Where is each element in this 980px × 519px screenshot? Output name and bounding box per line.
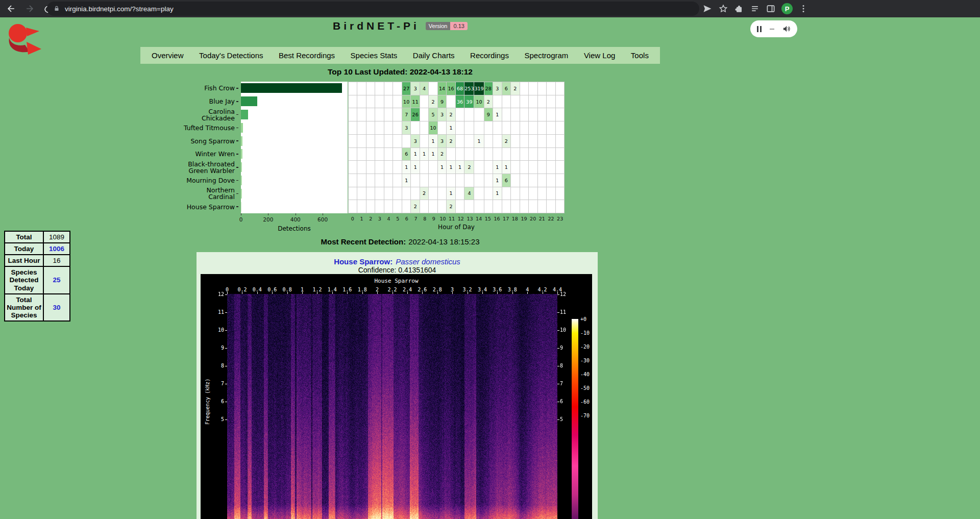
heat-cell [520,121,529,135]
stats-value-species-today[interactable]: 25 [43,266,70,293]
heatmap-grid: 2734141668253319283621011293639102726532… [348,82,565,213]
heat-cell [529,108,537,121]
hour-tick-label: 17 [503,216,509,221]
send-icon[interactable] [702,4,713,14]
heat-cell: 68 [456,82,464,95]
species-label: Song Sparrow [153,134,235,147]
heat-cell: 3 [411,135,420,148]
reading-list-icon[interactable] [750,4,760,14]
species-label: Blue Jay [153,95,235,108]
forward-icon[interactable] [24,4,35,14]
heat-cell [357,121,366,135]
detection-panel: House Sparrow:Passer domesticus Confiden… [197,252,598,519]
heat-cell: 2 [411,200,420,213]
heat-cell [438,200,447,213]
detections-bar [241,96,257,106]
spectrogram-x-tickmark [512,292,513,294]
most-recent-detection: Most Recent Detection:2022-04-13 18:15:2… [0,237,800,246]
heat-cell [393,148,402,161]
bar-panel [241,82,348,213]
heat-cell [366,82,375,95]
spectrogram-y-tickmark [557,384,559,384]
nav-item-overview[interactable]: Overview [152,51,184,60]
nav-item-spectrogram[interactable]: Spectrogram [524,51,568,60]
colorbar-tick: -10 [580,330,590,336]
heat-cell [493,148,502,161]
heat-cell [366,187,375,201]
heat-cell [349,200,357,213]
spectrogram-y-tickmark [557,419,559,420]
spectrogram-y-tick: 7 [560,381,563,386]
heat-cell [474,200,484,213]
back-icon[interactable] [6,4,16,14]
spectrogram-x-tickmark [287,292,288,294]
heat-cell [511,148,520,161]
spectrogram-y-tick: 12 [210,291,224,297]
heat-cell [520,148,529,161]
colorbar-tick: -70 [580,413,590,418]
heat-cell [375,148,384,161]
heat-cell [538,200,547,213]
spectrogram-x-tickmark [497,292,498,294]
url-bar[interactable]: virginia.birdnetpi.com/?stream=play [47,2,699,16]
nav-item-todays-detections[interactable]: Today's Detections [199,51,263,60]
nav-item-recordings[interactable]: Recordings [470,51,509,60]
heat-cell [384,82,393,95]
species-scientific-link[interactable]: Passer domesticus [396,257,460,266]
volume-icon[interactable] [782,24,791,33]
heat-cell: 253 [464,82,474,95]
heat-cell [366,95,375,109]
heat-cell [349,95,357,109]
heat-cell [357,95,366,109]
heat-cell [384,174,393,187]
spectrogram-y-tick: 11 [210,309,224,315]
spectrogram-y-tick: 7 [210,381,224,386]
species-label: Winter Wren [153,147,235,161]
stats-value-last-hour: 16 [43,255,70,266]
heat-cell [357,187,366,201]
heat-cell: 1 [456,161,464,174]
heat-cell [547,108,555,121]
top10-heading: Top 10 Last Updated: 2022-04-13 18:12 [0,67,800,77]
heat-cell [464,108,474,121]
heat-cell [502,108,511,121]
pause-button-icon[interactable] [757,26,762,32]
stats-value-today[interactable]: 1006 [43,243,70,255]
bookmark-star-icon[interactable] [718,4,728,14]
spectrogram-x-tickmark [527,292,528,294]
nav-item-species-stats[interactable]: Species Stats [351,51,398,60]
species-common-link[interactable]: House Sparrow: [334,257,393,266]
heat-cell [357,200,366,213]
species-tick [236,101,238,102]
nav-item-tools[interactable]: Tools [631,51,649,60]
spectrogram-y-tickmark [225,312,227,313]
colorbar-tick: -60 [580,399,590,405]
heat-cell [366,135,375,148]
top10-combo-chart: 2734141668253319283621011293639102726532… [153,82,567,235]
heat-cell: 2 [447,108,456,121]
heat-cell [366,108,375,121]
stats-value-total-species[interactable]: 30 [43,294,70,321]
spectrogram-x-tickmark [543,292,543,294]
nav-item-daily-charts[interactable]: Daily Charts [413,51,455,60]
spectrogram-x-tickmark [347,292,348,294]
heat-cell [384,135,393,148]
heat-cell [474,187,484,201]
profile-avatar[interactable]: P [781,3,793,14]
species-tick [236,88,238,89]
menu-dots-icon[interactable] [798,4,808,14]
nav-item-best-recordings[interactable]: Best Recordings [279,51,335,60]
heat-cell [529,135,537,148]
heat-cell [375,95,384,109]
stats-label-last-hour: Last Hour [5,255,43,266]
heat-cell [474,161,484,174]
bar-axis-tick-label: 600 [317,216,328,223]
heat-cell [484,187,493,201]
player-time-dash [770,29,774,30]
heat-cell [556,187,565,201]
nav-item-view-log[interactable]: View Log [584,51,615,60]
side-panel-icon[interactable] [766,4,776,14]
extensions-icon[interactable] [734,4,744,14]
species-label: Tufted Titmouse [153,121,235,134]
heat-cell [456,187,464,201]
